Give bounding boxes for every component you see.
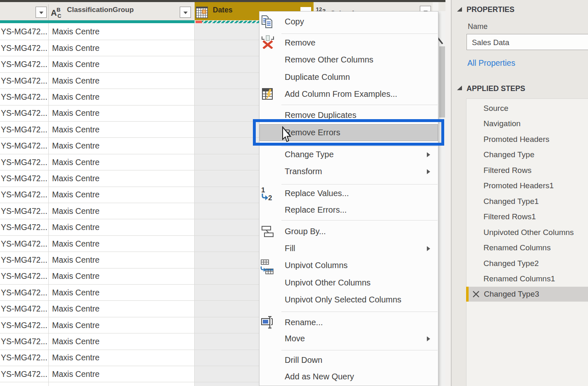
svg-text:1: 1	[261, 186, 265, 194]
svg-text:2: 2	[268, 194, 272, 201]
svg-text:B: B	[57, 7, 60, 13]
svg-text:A: A	[51, 8, 57, 17]
svg-text:C: C	[57, 13, 62, 18]
